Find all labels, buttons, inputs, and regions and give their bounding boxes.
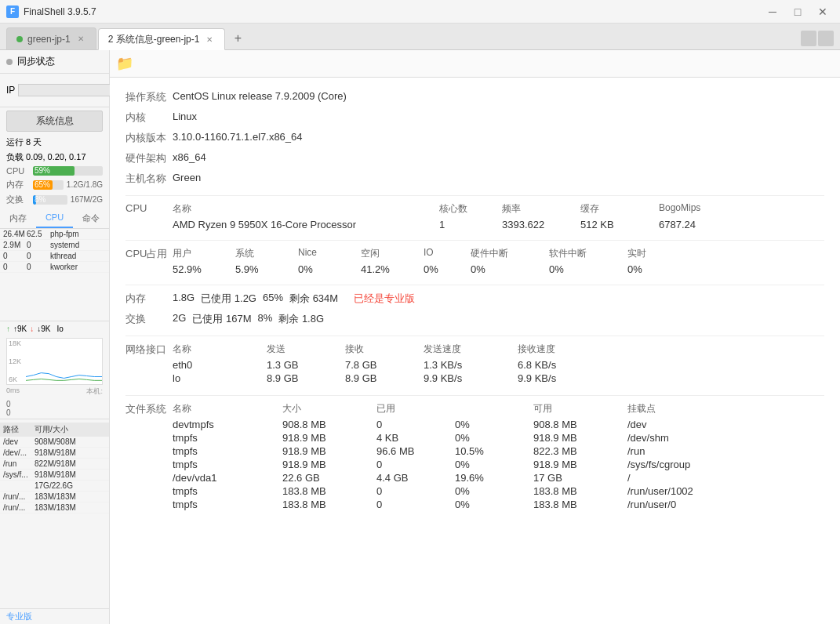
cpu-cores-val: 1	[439, 219, 502, 230]
tab-bar: green-jp-1 ✕ 2 系统信息-green-jp-1 ✕ +	[0, 24, 840, 50]
kernel-value: Linux	[173, 111, 197, 122]
swap-row: 交换 2G 已使用 167M 8% 剩余 1.8G	[125, 312, 824, 326]
fs-avail-2: 918.9 MB	[533, 432, 627, 444]
fs-header-detail: 可用/大小	[35, 424, 106, 435]
mem-row: 内存 1.8G 已使用 1.2G 65% 剩余 634M 已经是专业版	[125, 292, 824, 306]
tab-close-2[interactable]: ✕	[204, 34, 215, 45]
net-recvspd-2: 9.9 KB/s	[518, 372, 612, 384]
fs-size-4: 918.9 MB	[282, 459, 376, 470]
fs-avail-5: 17 GB	[533, 472, 627, 484]
chart-label-2: 12K	[9, 357, 21, 365]
tab-add-button[interactable]: +	[227, 27, 249, 49]
grid-btn-2[interactable]	[818, 31, 834, 46]
fs-used-6: 0	[376, 485, 455, 497]
swap-total: 2G	[173, 312, 186, 324]
cpu-bar-fill: 59%	[33, 166, 75, 176]
proc-mem-2: 2.9M	[3, 241, 27, 249]
fs-sidebar-row: /dev 908M/908M	[0, 437, 109, 448]
net-recvspd-1: 6.8 KB/s	[518, 359, 612, 371]
hostname-label: 主机名称	[125, 172, 173, 186]
arch-value: x86_64	[173, 151, 206, 163]
chart-label-3: 6K	[9, 375, 21, 383]
net-io: Io	[56, 325, 63, 333]
fs-data-row-7: tmpfs 183.8 MB 0 0% 183.8 MB /run/user/0	[173, 499, 693, 510]
cpu-section: CPU 名称 核心数 频率 缓存 BogoMips AMD Ryzen 9 59…	[125, 202, 824, 230]
fs-size-5: 22.6 GB	[282, 472, 376, 484]
cpu-usage-label: CPU占用	[125, 247, 173, 261]
swap-label: 交换	[6, 194, 30, 205]
net-data-row-1: eth0 1.3 GB 7.8 GB 1.3 KB/s 6.8 KB/s	[173, 359, 612, 371]
fs-used-1: 0	[376, 419, 455, 430]
tab-close-1[interactable]: ✕	[75, 34, 86, 45]
cpu-freq-val: 3393.622	[502, 219, 580, 230]
fs-path-2: /dev/...	[3, 448, 35, 457]
usage-val-hwirq: 0%	[471, 263, 549, 275]
mem-detail: 1.2G/1.8G	[67, 180, 103, 189]
sys-info-button[interactable]: 系统信息	[6, 111, 103, 132]
tab-green-jp-1[interactable]: green-jp-1 ✕	[6, 27, 96, 49]
net-sendspd-1: 1.3 KB/s	[424, 359, 518, 371]
fs-mount-5: /	[627, 472, 693, 484]
kernel-ver-row: 内核版本 3.10.0-1160.71.1.el7.x86_64	[125, 131, 824, 145]
fs-used-3: 96.6 MB	[376, 445, 455, 457]
kernel-ver-value: 3.10.0-1160.71.1.el7.x86_64	[173, 131, 303, 143]
kernel-ver-label: 内核版本	[125, 131, 173, 145]
tab-status-dot	[16, 36, 23, 42]
cpu-table-container: 名称 核心数 频率 缓存 BogoMips AMD Ryzen 9 5950X …	[173, 202, 737, 230]
net-section-label: 网络接口	[125, 343, 173, 357]
maximize-button[interactable]: □	[787, 4, 809, 20]
tab-label: green-jp-1	[27, 34, 71, 45]
fs-data-row-6: tmpfs 183.8 MB 0 0% 183.8 MB /run/user/1…	[173, 485, 693, 497]
cpu-section-label: CPU	[125, 202, 173, 214]
fs-sidebar-row: /run/... 183M/183M	[0, 492, 109, 502]
minimize-button[interactable]: ─	[762, 4, 784, 20]
sidebar-tab-cpu[interactable]: CPU	[36, 210, 72, 228]
mem-label: 内存	[6, 179, 30, 190]
fs-mount-6: /run/user/1002	[627, 485, 693, 497]
fs-pct-5: 19.6%	[455, 472, 533, 484]
load-label: 负载 0.09, 0.20, 0.17	[6, 151, 86, 163]
tab-sysinfo[interactable]: 2 系统信息-green-jp-1 ✕	[98, 28, 226, 50]
process-row: 0 0 kworker	[0, 262, 109, 273]
net-values: 0 0	[0, 398, 109, 419]
fs-header-row: 文件系统 名称 大小 已用 可用 挂载点 devtmpfs 908.8 M	[125, 402, 824, 512]
usage-header-idle: 空闲	[361, 247, 424, 260]
usage-val-sys: 5.9%	[235, 263, 298, 275]
net-up: ↑9K	[13, 325, 27, 333]
cpu-pct: 59%	[35, 166, 50, 176]
cpu-col-name-header: 名称	[173, 202, 439, 216]
fs-data-row-1: devtmpfs 908.8 MB 0 0% 908.8 MB /dev	[173, 419, 693, 430]
fs-path-5	[3, 481, 35, 490]
usage-val-rt: 0%	[627, 263, 675, 275]
net-data-row-2: lo 8.9 GB 8.9 GB 9.9 KB/s 9.9 KB/s	[173, 372, 612, 384]
fs-avail-3: 822.3 MB	[533, 445, 627, 457]
swap-detail: 167M/2G	[71, 195, 103, 204]
fs-used-2: 4 KB	[376, 432, 455, 444]
sidebar-tab-mem[interactable]: 内存	[0, 210, 36, 228]
fs-col-name-hdr: 名称	[173, 402, 282, 415]
fs-path-4: /sys/f...	[3, 470, 35, 479]
usage-val-swirq: 0%	[549, 263, 627, 275]
net-recv-2: 8.9 GB	[345, 372, 424, 384]
net-table-header: 名称 发送 接收 发送速度 接收速度	[173, 343, 612, 356]
network-section: 网络接口 名称 发送 接收 发送速度 接收速度 eth0 1.3 GB 7.	[125, 343, 824, 386]
chart-labels: 18K 12K 6K	[7, 339, 23, 384]
proc-cpu-3: 0	[27, 252, 50, 260]
proc-name-1: php-fpm	[50, 230, 106, 238]
content-wrapper: 📁 操作系统 CentOS Linux release 7.9.2009 (Co…	[110, 50, 840, 624]
fs-data-row-2: tmpfs 918.9 MB 4 KB 0% 918.9 MB /dev/shm	[173, 432, 693, 444]
proc-name-2: systemd	[50, 241, 106, 249]
fs-name-7: tmpfs	[173, 499, 282, 510]
net-col-recvspd-hdr: 接收速度	[518, 343, 612, 356]
kernel-row: 内核 Linux	[125, 111, 824, 125]
grid-btn-1[interactable]	[801, 31, 816, 46]
fs-avail-6: 183.8 MB	[533, 485, 627, 497]
sidebar-tab-cmd[interactable]: 命令	[73, 210, 109, 228]
net-col-recv-hdr: 接收	[345, 343, 424, 356]
content-toolbar: 📁	[110, 50, 840, 78]
runtime-label: 运行 8 天	[6, 136, 42, 148]
fs-sidebar-row: /run 822M/918M	[0, 459, 109, 470]
hostname-value: Green	[173, 172, 201, 183]
cpu-col-freq-header: 频率	[502, 202, 580, 216]
close-button[interactable]: ✕	[812, 4, 834, 20]
